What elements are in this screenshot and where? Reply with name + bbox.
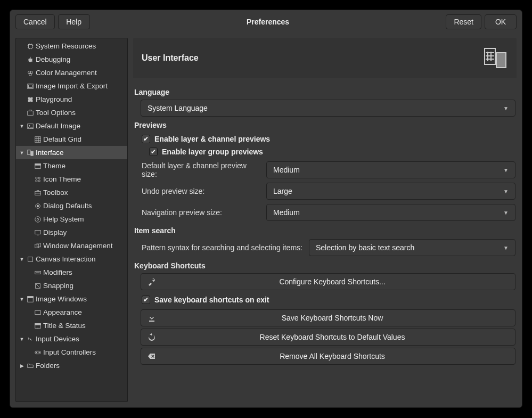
default-preview-label: Default layer & channel preview size: bbox=[134, 161, 262, 178]
tree-expander-placeholder bbox=[26, 216, 33, 223]
button-label: Reset Keyboard Shortcuts to Default Valu… bbox=[156, 333, 509, 341]
enable-layer-channel-checkbox[interactable]: ✔ Enable layer & channel previews bbox=[134, 133, 515, 145]
tree-item-default-image[interactable]: ▼Default Image bbox=[16, 119, 127, 133]
tree-item-tool-options[interactable]: Tool Options bbox=[16, 106, 127, 119]
checkbox-label: Enable layer & channel previews bbox=[154, 135, 270, 143]
configure-shortcuts-button[interactable]: Configure Keyboard Shortcuts... bbox=[141, 273, 515, 290]
svg-point-34 bbox=[36, 179, 38, 182]
tree-item-system-resources[interactable]: System Resources bbox=[16, 39, 127, 53]
tree-item-folders[interactable]: ▶Folders bbox=[16, 359, 127, 372]
nav-preview-select[interactable]: Medium ▼ bbox=[266, 204, 515, 221]
ok-button[interactable]: OK bbox=[485, 14, 517, 29]
chevron-down-icon: ▼ bbox=[503, 167, 509, 173]
remove-shortcuts-button[interactable]: Remove All Keyboard Shortcuts bbox=[141, 348, 515, 365]
svg-point-22 bbox=[29, 125, 30, 126]
tree-item-label: Tool Options bbox=[36, 109, 76, 117]
tree-item-snapping[interactable]: Snapping bbox=[16, 279, 127, 292]
keyboard-icon bbox=[34, 268, 42, 277]
tree-item-dialog-defaults[interactable]: Dialog Defaults bbox=[16, 199, 127, 212]
enable-layer-group-checkbox[interactable]: ✔ Enable layer group previews bbox=[134, 145, 515, 158]
tree-expander-icon[interactable]: ▶ bbox=[18, 362, 26, 370]
language-section-title: Language bbox=[134, 88, 515, 96]
tree-item-debugging[interactable]: Debugging bbox=[16, 53, 127, 66]
tree-item-image-windows[interactable]: ▼Image Windows bbox=[16, 292, 127, 306]
tree-item-display[interactable]: Display bbox=[16, 226, 127, 239]
panel-title: User Interface bbox=[142, 53, 199, 63]
tree-item-interface[interactable]: ▼Interface bbox=[16, 146, 127, 159]
tree-expander-placeholder bbox=[26, 282, 33, 290]
svg-line-11 bbox=[28, 59, 29, 60]
tree-item-label: Folders bbox=[36, 362, 60, 370]
svg-rect-42 bbox=[35, 230, 41, 234]
reset-button[interactable]: Reset bbox=[446, 14, 481, 29]
tree-item-label: Window Management bbox=[43, 242, 113, 250]
tree-item-default-grid[interactable]: Default Grid bbox=[16, 133, 127, 146]
tree-item-playground[interactable]: Playground bbox=[16, 93, 127, 106]
circles-icon bbox=[26, 69, 35, 77]
tree-item-label: Modifiers bbox=[43, 268, 72, 276]
tree-expander-icon[interactable]: ▼ bbox=[18, 296, 26, 303]
tree-item-label: Canvas Interaction bbox=[36, 255, 96, 263]
snap-icon bbox=[34, 282, 42, 290]
tree-expander-placeholder bbox=[18, 56, 26, 63]
display-icon bbox=[34, 228, 42, 237]
frame-icon bbox=[26, 82, 35, 91]
tree-item-label: Input Devices bbox=[36, 335, 79, 343]
tree-item-help-system[interactable]: Help System bbox=[16, 212, 127, 226]
interface-icon bbox=[482, 45, 508, 71]
svg-point-40 bbox=[35, 216, 41, 222]
help-icon bbox=[34, 215, 42, 224]
canvas-icon bbox=[26, 255, 35, 264]
tree-expander-placeholder bbox=[26, 242, 33, 250]
tree-item-toolbox[interactable]: Toolbox bbox=[16, 186, 127, 199]
save-on-exit-checkbox[interactable]: ✔ Save keyboard shortcuts on exit bbox=[141, 292, 515, 307]
tree-expander-placeholder bbox=[26, 202, 33, 210]
default-preview-select[interactable]: Medium ▼ bbox=[266, 161, 515, 178]
help-button[interactable]: Help bbox=[58, 14, 90, 29]
windows-icon bbox=[34, 242, 42, 250]
pattern-select[interactable]: Selection by basic text search ▼ bbox=[309, 239, 515, 256]
interface-icon bbox=[26, 149, 35, 157]
tree-expander-placeholder bbox=[26, 322, 33, 330]
language-select[interactable]: System Language ▼ bbox=[141, 100, 515, 117]
tree-item-window-management[interactable]: Window Management bbox=[16, 239, 127, 252]
tree-item-appearance[interactable]: Appearance bbox=[16, 306, 127, 319]
tree-expander-placeholder bbox=[18, 109, 26, 117]
backspace-icon bbox=[148, 352, 156, 360]
tree-item-theme[interactable]: Theme bbox=[16, 159, 127, 173]
tree-item-icon-theme[interactable]: Icon Theme bbox=[16, 173, 127, 186]
svg-point-41 bbox=[37, 218, 39, 220]
tree-expander-icon[interactable]: ▼ bbox=[18, 256, 26, 263]
tree-item-image-import-export[interactable]: Image Import & Export bbox=[16, 79, 127, 93]
chevron-down-icon: ▼ bbox=[503, 188, 509, 194]
tree-item-title-status[interactable]: Title & Status bbox=[16, 319, 127, 332]
save-shortcuts-button[interactable]: Save Keyboard Shortcuts Now bbox=[141, 309, 515, 326]
category-tree[interactable]: System ResourcesDebuggingColor Managemen… bbox=[15, 38, 128, 402]
reset-shortcuts-button[interactable]: Reset Keyboard Shortcuts to Default Valu… bbox=[141, 329, 515, 346]
tree-expander-icon[interactable]: ▼ bbox=[18, 335, 26, 343]
download-icon bbox=[148, 314, 156, 322]
dialog-title: Preferences bbox=[93, 18, 443, 26]
tools-icon bbox=[26, 109, 35, 117]
select-value: Selection by basic text search bbox=[316, 243, 414, 252]
content-pane: User Interface Language System Language bbox=[133, 38, 517, 402]
previews-section-title: Previews bbox=[134, 121, 515, 129]
tree-item-color-management[interactable]: Color Management bbox=[16, 66, 127, 79]
tree-item-label: Title & Status bbox=[43, 322, 86, 330]
icontheme-icon bbox=[34, 175, 42, 184]
tree-expander-placeholder bbox=[26, 136, 33, 143]
tree-item-input-controllers[interactable]: Input Controllers bbox=[16, 346, 127, 359]
undo-preview-label: Undo preview size: bbox=[134, 187, 262, 195]
svg-rect-66 bbox=[496, 53, 506, 68]
tree-item-input-devices[interactable]: ▼Input Devices bbox=[16, 332, 127, 346]
reset-icon bbox=[148, 333, 156, 341]
undo-preview-select[interactable]: Large ▼ bbox=[266, 183, 515, 200]
tree-expander-icon[interactable]: ▼ bbox=[18, 122, 26, 130]
cancel-button[interactable]: Cancel bbox=[15, 14, 55, 29]
button-label: Configure Keyboard Shortcuts... bbox=[156, 277, 509, 286]
tree-item-canvas-interaction[interactable]: ▼Canvas Interaction bbox=[16, 252, 127, 266]
checkmark-icon: ✔ bbox=[149, 147, 158, 156]
svg-rect-29 bbox=[31, 151, 33, 155]
tree-expander-icon[interactable]: ▼ bbox=[18, 149, 26, 157]
tree-item-modifiers[interactable]: Modifiers bbox=[16, 266, 127, 279]
